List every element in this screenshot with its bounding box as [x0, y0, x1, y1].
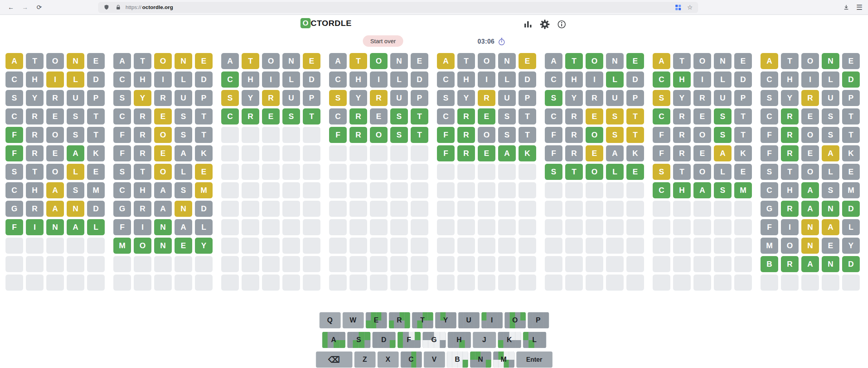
- board-cell: T: [781, 164, 799, 180]
- stopwatch-icon[interactable]: [497, 37, 506, 46]
- board-cell: [26, 238, 44, 254]
- key-r[interactable]: R: [389, 312, 410, 328]
- board-cell: Y: [673, 90, 691, 106]
- key-c[interactable]: C: [400, 352, 422, 368]
- bookmark-star-icon[interactable]: ☆: [686, 3, 694, 12]
- reload-button[interactable]: ⟳: [34, 2, 45, 13]
- board-cell: O: [478, 127, 495, 143]
- key-o[interactable]: O: [504, 312, 526, 328]
- board-cell: [242, 219, 259, 235]
- key-t[interactable]: T: [412, 312, 433, 328]
- board-cell: [437, 275, 455, 291]
- key-q[interactable]: Q: [319, 312, 340, 328]
- extensions-icon[interactable]: [674, 3, 682, 12]
- board-cell: [565, 256, 583, 272]
- key-g[interactable]: G: [422, 332, 446, 348]
- board-cell: A: [154, 182, 172, 198]
- board-cell: [586, 256, 603, 272]
- backspace-key[interactable]: ⌫: [316, 352, 352, 368]
- board-cell: D: [87, 201, 105, 217]
- board-cell: S: [606, 108, 624, 124]
- key-letter: K: [507, 336, 512, 344]
- board-cell: R: [565, 108, 583, 124]
- key-l[interactable]: L: [523, 332, 546, 348]
- board-cell: L: [606, 71, 624, 88]
- board-cell: [370, 145, 388, 161]
- stats-icon[interactable]: [522, 19, 533, 29]
- board-cell: N: [154, 238, 172, 254]
- board-cell: [586, 219, 603, 235]
- key-board-state-segment: [440, 332, 446, 340]
- info-icon[interactable]: [556, 19, 567, 29]
- board-cell: [673, 238, 691, 254]
- board-cell: [390, 201, 408, 217]
- board-cell: [242, 145, 259, 161]
- enter-key[interactable]: Enter: [516, 352, 552, 368]
- board-cell: S: [113, 164, 131, 180]
- key-a[interactable]: A: [322, 332, 345, 348]
- downloads-icon[interactable]: [842, 3, 851, 12]
- board-cell: [565, 201, 583, 217]
- board-cell: A: [175, 219, 192, 235]
- board-cell: [673, 201, 691, 217]
- board-cell: S: [175, 182, 192, 198]
- start-over-button[interactable]: Start over: [363, 35, 403, 47]
- keyboard-row-2: ASDFGHJKL: [322, 332, 546, 348]
- key-b[interactable]: B: [447, 352, 468, 368]
- key-letter: H: [457, 336, 462, 344]
- board-cell: N: [67, 201, 84, 217]
- key-d[interactable]: D: [372, 332, 395, 348]
- board-cell: [626, 238, 644, 254]
- board-cell: [303, 238, 320, 254]
- board-cell: [457, 219, 475, 235]
- key-u[interactable]: U: [458, 312, 479, 328]
- board-cell: T: [87, 127, 105, 143]
- board-cell: [714, 275, 732, 291]
- board-cell: T: [303, 108, 320, 124]
- board-cell: A: [437, 53, 455, 69]
- board-cell: [303, 201, 320, 217]
- key-y[interactable]: Y: [435, 312, 456, 328]
- board-cell: N: [175, 201, 192, 217]
- key-j[interactable]: J: [473, 332, 496, 348]
- key-p[interactable]: P: [528, 312, 549, 328]
- board-cell: [370, 238, 388, 254]
- key-n[interactable]: N: [470, 352, 491, 368]
- back-button[interactable]: ←: [5, 2, 16, 13]
- board-cell: M: [734, 182, 752, 198]
- board-cell: [437, 238, 455, 254]
- board-cell: [545, 219, 562, 235]
- key-x[interactable]: X: [377, 352, 399, 368]
- board-cell: R: [781, 145, 799, 161]
- board-cell: H: [673, 71, 691, 88]
- key-m[interactable]: M: [493, 352, 514, 368]
- menu-icon[interactable]: ☰: [856, 3, 863, 12]
- key-s[interactable]: S: [347, 332, 370, 348]
- board-cell: C: [329, 108, 347, 124]
- board-cell: N: [175, 53, 192, 69]
- board-cell: I: [586, 71, 603, 88]
- board-cell: C: [113, 71, 131, 88]
- key-board-state-segment: [481, 320, 487, 329]
- key-e[interactable]: E: [366, 312, 387, 328]
- board-cell: [154, 275, 172, 291]
- board-6: ATONECHILDSYRUPCRESTFROSTFREAKSTOLE: [545, 53, 644, 291]
- board-cell: T: [349, 53, 367, 69]
- key-h[interactable]: H: [448, 332, 471, 348]
- key-w[interactable]: W: [342, 312, 364, 328]
- board-cell: A: [693, 182, 711, 198]
- key-k[interactable]: K: [498, 332, 521, 348]
- key-z[interactable]: Z: [354, 352, 375, 368]
- key-i[interactable]: I: [481, 312, 502, 328]
- forward-button[interactable]: →: [20, 2, 31, 13]
- board-cell: L: [822, 164, 839, 180]
- settings-gear-icon[interactable]: [539, 19, 550, 29]
- board-cell: [221, 256, 239, 272]
- key-v[interactable]: V: [424, 352, 445, 368]
- key-f[interactable]: F: [397, 332, 420, 348]
- board-cell: [221, 219, 239, 235]
- shield-icon[interactable]: [102, 3, 111, 12]
- board-cell: A: [498, 145, 516, 161]
- board-cell: [370, 164, 388, 180]
- address-bar[interactable]: https:// octordle.org ☆: [98, 2, 698, 13]
